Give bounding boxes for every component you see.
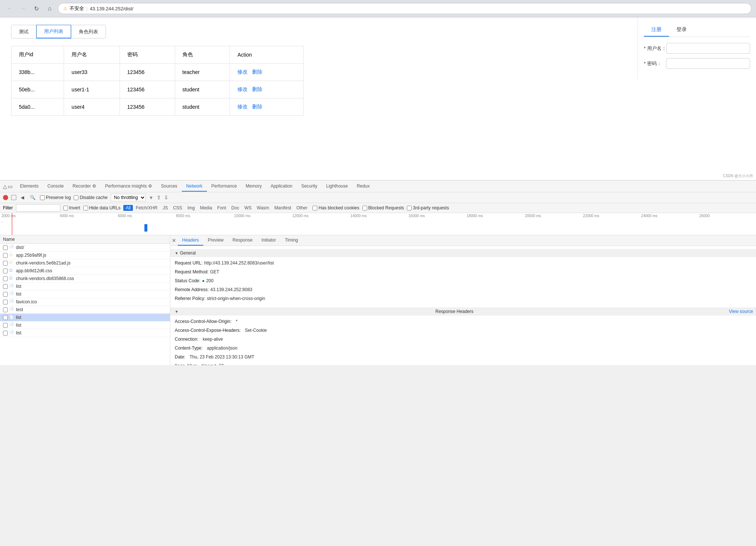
detail-tab-headers[interactable]: Headers — [178, 235, 203, 246]
third-party-checkbox[interactable] — [407, 206, 412, 210]
delete-link[interactable]: 删除 — [252, 104, 262, 109]
file-checkbox[interactable] — [3, 269, 8, 273]
file-checkbox[interactable] — [3, 245, 8, 250]
download-icon[interactable]: ⇩ — [164, 195, 168, 200]
filter-type-manifest[interactable]: Manifest — [272, 205, 293, 211]
devtools-tab-elements[interactable]: Elements — [16, 181, 43, 192]
file-checkbox[interactable] — [3, 300, 8, 304]
password-input[interactable] — [666, 58, 750, 69]
devtools-tab-application[interactable]: Application — [266, 181, 297, 192]
rp-tab-register[interactable]: 注册 — [644, 23, 669, 37]
file-row[interactable]: 📄 list — [0, 283, 170, 290]
close-details-button[interactable]: ✕ — [170, 237, 178, 244]
filter-type-css[interactable]: CSS — [171, 205, 184, 211]
detail-tab-timing[interactable]: Timing — [280, 235, 302, 246]
username-field-container: * 用户名： — [644, 43, 750, 54]
view-source-link[interactable]: View source — [729, 309, 753, 314]
upload-icon[interactable]: ⇧ — [157, 195, 161, 200]
invert-label[interactable]: Invert — [63, 205, 80, 210]
tab-user-list[interactable]: 用户列表 — [36, 25, 71, 38]
file-checkbox[interactable] — [3, 253, 8, 258]
filter-type-ws[interactable]: WS — [242, 205, 254, 211]
hide-data-urls-checkbox[interactable] — [83, 206, 88, 210]
stop-button[interactable] — [11, 195, 16, 200]
filter-type-wasm[interactable]: Wasm — [255, 205, 272, 211]
filter-type-font[interactable]: Font — [215, 205, 228, 211]
file-checkbox[interactable] — [3, 284, 8, 289]
disable-cache-checkbox[interactable] — [74, 195, 78, 200]
file-row[interactable]: 📄 list — [0, 329, 170, 337]
devtools-tab-performance[interactable]: Performance — [207, 181, 241, 192]
home-button[interactable]: ⌂ — [44, 3, 55, 14]
username-input[interactable] — [666, 43, 750, 54]
file-row[interactable]: 📄 favicon.ico — [0, 298, 170, 306]
devtools-tab-redux[interactable]: Redux — [352, 181, 374, 192]
devtools-tab-sources[interactable]: Sources — [157, 181, 182, 192]
devtools-tab-security[interactable]: Security — [297, 181, 322, 192]
file-checkbox[interactable] — [3, 331, 8, 336]
file-row[interactable]: 📄 test — [0, 306, 170, 314]
devtools-tab-performanceinsights[interactable]: Performance insights ⚙ — [101, 181, 157, 192]
throttle-select[interactable]: No throttling — [111, 194, 146, 201]
filter-type-js[interactable]: JS — [160, 205, 170, 211]
preserve-log-checkbox[interactable] — [40, 195, 45, 200]
third-party-label[interactable]: 3rd-party requests — [407, 205, 449, 210]
file-row[interactable]: ⬡ app.bb9d12d6.css — [0, 267, 170, 275]
filter-type-media[interactable]: Media — [198, 205, 214, 211]
blocked-requests-label[interactable]: Blocked Requests — [362, 205, 404, 210]
filter-type-fetch/xhr[interactable]: Fetch/XHR — [134, 205, 160, 211]
tab-role-list[interactable]: 角色列表 — [71, 25, 106, 38]
detail-tab-initiator[interactable]: Initiator — [257, 235, 280, 246]
file-row[interactable]: ⬡ chunk-vendors.5e6b21ad.js — [0, 259, 170, 267]
search-icon-btn[interactable]: 🔍 — [29, 194, 37, 201]
file-list: Name 📄 dist/ ⬡ app.25b9af9f.js ⬡ chunk-v… — [0, 235, 170, 365]
reload-button[interactable]: ↻ — [31, 3, 41, 14]
file-checkbox[interactable] — [3, 307, 8, 312]
blocked-requests-checkbox[interactable] — [362, 206, 367, 210]
filter-input[interactable] — [16, 204, 60, 212]
devtools-tab-recorder[interactable]: Recorder ⚙ — [68, 181, 101, 192]
file-row[interactable]: ⬡ chunk-vendors.db835868.css — [0, 275, 170, 283]
detail-tab-response[interactable]: Response — [228, 235, 257, 246]
rp-tab-login[interactable]: 登录 — [669, 23, 694, 37]
devtools-tab-lighthouse[interactable]: Lighthouse — [322, 181, 352, 192]
back-button[interactable]: ← — [4, 3, 15, 14]
response-headers-section-header[interactable]: Response Headers View source — [170, 307, 756, 316]
filter-type-other[interactable]: Other — [294, 205, 310, 211]
filter-type-all[interactable]: All — [123, 205, 133, 211]
file-checkbox[interactable] — [3, 292, 8, 297]
has-blocked-checkbox[interactable] — [312, 206, 317, 210]
record-button[interactable] — [3, 195, 8, 200]
file-checkbox[interactable] — [3, 315, 8, 320]
preserve-log-label[interactable]: Preserve log — [40, 195, 71, 200]
detail-tab-preview[interactable]: Preview — [203, 235, 228, 246]
devtools-tab-console[interactable]: Console — [43, 181, 68, 192]
filter-icon-btn[interactable]: ◀ — [19, 194, 26, 201]
hide-data-urls-label[interactable]: Hide data URLs — [83, 205, 121, 210]
edit-link[interactable]: 修改 — [237, 69, 248, 75]
file-checkbox[interactable] — [3, 276, 8, 281]
devtools-tab-network[interactable]: Network — [182, 181, 207, 192]
edit-link[interactable]: 修改 — [237, 104, 248, 109]
devtools-mobile-icon[interactable]: ▭ — [8, 183, 13, 189]
has-blocked-label[interactable]: Has blocked cookies — [312, 205, 359, 210]
file-checkbox[interactable] — [3, 261, 8, 266]
file-checkbox[interactable] — [3, 323, 8, 328]
tab-test[interactable]: 测试 — [11, 25, 36, 38]
forward-button[interactable]: → — [18, 3, 28, 14]
delete-link[interactable]: 删除 — [252, 86, 262, 92]
filter-type-img[interactable]: Img — [185, 205, 197, 211]
file-row[interactable]: 📄 list — [0, 290, 170, 298]
filter-type-doc[interactable]: Doc — [229, 205, 241, 211]
file-row[interactable]: 📄 list — [0, 314, 170, 321]
devtools-cursor-icon[interactable]: △ — [3, 183, 7, 189]
edit-link[interactable]: 修改 — [237, 86, 248, 92]
delete-link[interactable]: 删除 — [252, 69, 262, 75]
file-row[interactable]: 📄 list — [0, 321, 170, 329]
general-section-header[interactable]: General — [170, 249, 756, 257]
file-row[interactable]: 📄 dist/ — [0, 244, 170, 252]
file-row[interactable]: ⬡ app.25b9af9f.js — [0, 252, 170, 259]
disable-cache-label[interactable]: Disable cache — [74, 195, 107, 200]
devtools-tab-memory[interactable]: Memory — [241, 181, 266, 192]
invert-checkbox[interactable] — [63, 206, 68, 210]
